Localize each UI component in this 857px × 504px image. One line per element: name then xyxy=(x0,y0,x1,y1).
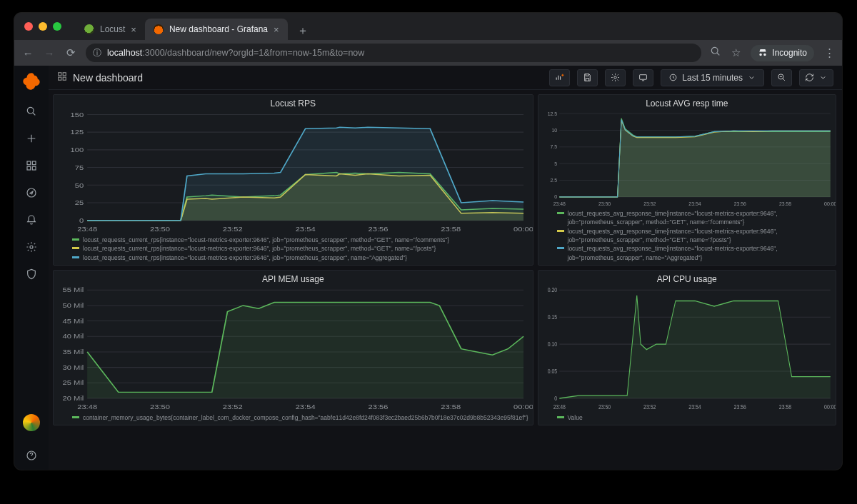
svg-text:00:00: 00:00 xyxy=(513,403,532,410)
refresh-button[interactable] xyxy=(799,69,833,86)
panel-title: API MEM usage xyxy=(54,271,533,286)
svg-text:23:56: 23:56 xyxy=(733,403,746,410)
svg-text:0.20: 0.20 xyxy=(547,286,557,293)
sidebar-help-icon[interactable] xyxy=(24,448,39,463)
svg-text:23:54: 23:54 xyxy=(296,225,316,232)
sidebar-alerting-icon[interactable] xyxy=(24,213,39,227)
time-range-picker[interactable]: Last 15 minutes xyxy=(661,69,764,86)
panel-rps[interactable]: Locust RPS025507510012515023:4823:5023:5… xyxy=(53,94,533,266)
svg-text:0: 0 xyxy=(79,217,84,224)
svg-text:2.5: 2.5 xyxy=(550,177,557,183)
svg-text:23:52: 23:52 xyxy=(223,225,243,232)
browser-tab-grafana[interactable]: New dashboard - Grafana × xyxy=(145,19,288,40)
sidebar-dashboards-icon[interactable] xyxy=(24,158,39,173)
grafana-favicon xyxy=(154,24,164,34)
svg-text:25: 25 xyxy=(75,199,84,206)
back-button[interactable]: ← xyxy=(21,47,34,59)
svg-text:0: 0 xyxy=(554,193,557,200)
legend-item[interactable]: container_memory_usage_bytes{container_l… xyxy=(72,413,528,422)
svg-text:25 Mil: 25 Mil xyxy=(62,379,84,386)
svg-text:50 Mil: 50 Mil xyxy=(62,302,84,309)
panel-title: Locust AVG resp time xyxy=(538,95,836,110)
svg-text:0.05: 0.05 xyxy=(547,368,557,375)
reload-button[interactable]: ⟳ xyxy=(64,46,77,59)
window-titlebar: Locust × New dashboard - Grafana × ＋ xyxy=(14,13,842,40)
svg-rect-12 xyxy=(63,77,66,80)
legend-item[interactable]: Value xyxy=(557,413,832,422)
page-title: New dashboard xyxy=(73,72,143,84)
zoom-out-button[interactable] xyxy=(771,69,792,86)
panel-resp[interactable]: Locust AVG resp time02.557.51012.523:482… xyxy=(538,94,837,266)
svg-text:55 Mil: 55 Mil xyxy=(62,286,84,293)
tab-label: New dashboard - Grafana xyxy=(169,24,268,34)
svg-text:23:48: 23:48 xyxy=(77,403,97,410)
sidebar-config-icon[interactable] xyxy=(24,240,39,254)
svg-text:23:52: 23:52 xyxy=(223,403,243,410)
legend-item[interactable]: locust_requests_avg_response_time{instan… xyxy=(557,227,832,245)
svg-point-0 xyxy=(712,47,718,54)
svg-text:23:58: 23:58 xyxy=(441,403,461,410)
svg-text:10: 10 xyxy=(551,127,557,133)
svg-rect-5 xyxy=(32,166,36,170)
svg-text:23:58: 23:58 xyxy=(778,200,791,206)
legend-item[interactable]: locust_requests_avg_response_time{instan… xyxy=(557,209,832,227)
new-tab-button[interactable]: ＋ xyxy=(294,21,312,40)
url-input[interactable]: ⓘ localhost:3000/dashboard/new?orgId=1&f… xyxy=(86,44,701,62)
forward-button[interactable]: → xyxy=(43,47,56,59)
svg-rect-3 xyxy=(32,161,36,165)
svg-text:23:56: 23:56 xyxy=(368,403,388,410)
sidebar-admin-icon[interactable] xyxy=(24,267,39,281)
tv-mode-button[interactable] xyxy=(633,69,653,86)
svg-text:35 Mil: 35 Mil xyxy=(62,348,84,356)
svg-text:50: 50 xyxy=(75,181,84,188)
svg-rect-9 xyxy=(59,73,61,76)
svg-text:23:52: 23:52 xyxy=(643,403,656,410)
sidebar-explore-icon[interactable] xyxy=(24,186,39,200)
browser-tabs: Locust × New dashboard - Grafana × ＋ xyxy=(76,13,312,40)
grafana-topbar: New dashboard Last 15 minutes xyxy=(49,66,842,90)
panel-legend: locust_requests_avg_response_time{instan… xyxy=(538,208,836,265)
legend-item[interactable]: locust_requests_avg_response_time{instan… xyxy=(557,244,832,262)
bookmark-icon[interactable]: ☆ xyxy=(731,46,741,59)
svg-text:23:58: 23:58 xyxy=(778,403,791,410)
svg-text:00:00: 00:00 xyxy=(513,225,532,232)
svg-text:23:48: 23:48 xyxy=(77,225,97,232)
svg-text:00:00: 00:00 xyxy=(824,200,836,206)
legend-item[interactable]: locust_requests_current_rps{instance="lo… xyxy=(72,236,528,244)
search-lens-icon[interactable] xyxy=(710,46,721,60)
legend-item[interactable]: locust_requests_current_rps{instance="lo… xyxy=(72,244,528,253)
panel-title: API CPU usage xyxy=(538,271,836,286)
svg-text:0: 0 xyxy=(554,395,557,402)
url-text: localhost:3000/dashboard/new?orgId=1&fro… xyxy=(107,48,364,58)
panel-cpu[interactable]: API CPU usage00.050.100.150.2023:4823:50… xyxy=(538,270,837,425)
panel-title: Locust RPS xyxy=(54,95,533,110)
svg-text:23:56: 23:56 xyxy=(368,225,388,232)
browser-menu-icon[interactable]: ⋮ xyxy=(824,46,835,59)
svg-text:23:50: 23:50 xyxy=(598,403,611,410)
maximize-window-button[interactable] xyxy=(53,22,61,31)
close-tab-icon[interactable]: × xyxy=(274,25,279,34)
site-info-icon[interactable]: ⓘ xyxy=(93,47,101,59)
close-window-button[interactable] xyxy=(24,22,33,31)
minimize-window-button[interactable] xyxy=(39,22,47,31)
dashboard-panels: Locust RPS025507510012515023:4823:5023:5… xyxy=(49,90,842,470)
grafana-logo[interactable] xyxy=(21,71,41,91)
dashboard-grid-icon xyxy=(57,71,67,84)
dashboard-settings-button[interactable] xyxy=(605,69,626,86)
save-dashboard-button[interactable] xyxy=(577,69,598,86)
user-avatar[interactable] xyxy=(23,414,40,431)
svg-text:5: 5 xyxy=(554,160,557,166)
sidebar-create-icon[interactable] xyxy=(24,131,39,146)
panel-mem[interactable]: API MEM usage20 Mil25 Mil30 Mil35 Mil40 … xyxy=(53,270,533,425)
legend-item[interactable]: locust_requests_current_rps{instance="lo… xyxy=(72,253,528,262)
svg-text:0.15: 0.15 xyxy=(547,313,557,321)
svg-text:23:50: 23:50 xyxy=(598,200,610,206)
browser-tab-locust[interactable]: Locust × xyxy=(76,19,145,40)
svg-point-1 xyxy=(27,107,34,114)
sidebar-search-icon[interactable] xyxy=(24,104,39,119)
add-panel-button[interactable] xyxy=(549,69,570,86)
close-tab-icon[interactable]: × xyxy=(131,25,136,34)
svg-rect-10 xyxy=(63,73,66,76)
svg-text:23:54: 23:54 xyxy=(688,200,701,206)
svg-text:40 Mil: 40 Mil xyxy=(62,333,84,340)
